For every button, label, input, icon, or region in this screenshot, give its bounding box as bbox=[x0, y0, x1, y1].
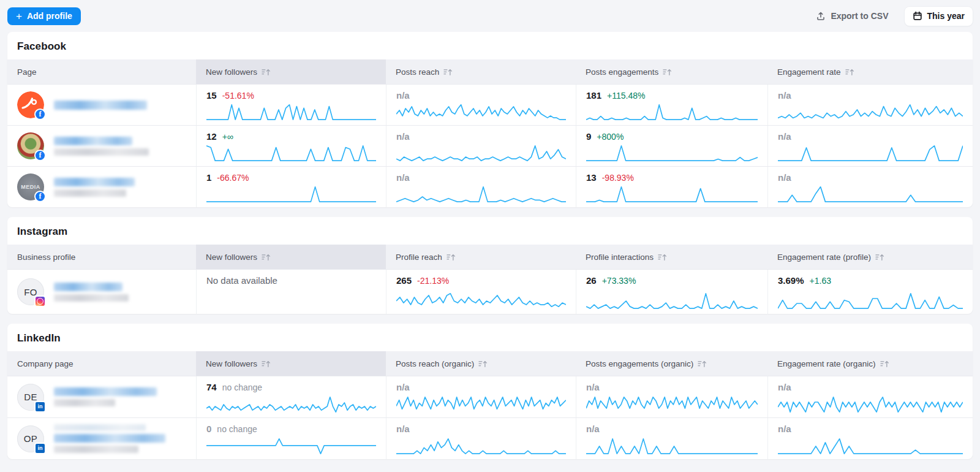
column-header-label: Profile reach bbox=[396, 253, 442, 262]
column-header-engagement-rate-profile[interactable]: Engagement rate (profile) bbox=[767, 245, 973, 269]
metric-delta: -98.93% bbox=[602, 173, 634, 183]
redacted-profile-name bbox=[54, 283, 129, 302]
metric-cell-engagement-rate: n/a bbox=[767, 167, 973, 207]
metric-value: n/a bbox=[778, 172, 791, 183]
sparkline bbox=[206, 145, 376, 162]
metric-delta: -66.67% bbox=[217, 173, 249, 183]
profile-avatar: f bbox=[17, 132, 44, 159]
redacted-profile-name bbox=[54, 101, 147, 110]
redacted-profile-name bbox=[54, 178, 135, 197]
sparkline bbox=[396, 396, 566, 413]
profile-cell[interactable]: f bbox=[7, 126, 196, 166]
toolbar: + Add profile Export to CSV This year bbox=[7, 5, 973, 27]
column-header-profile-interactions[interactable]: Profile interactions bbox=[576, 245, 767, 269]
add-profile-button[interactable]: + Add profile bbox=[7, 7, 81, 25]
column-header-new-followers[interactable]: New followers bbox=[196, 351, 386, 376]
add-profile-label: Add profile bbox=[27, 11, 72, 21]
section-title: Instagram bbox=[7, 217, 973, 245]
sort-icon bbox=[880, 360, 889, 368]
column-header-label: New followers bbox=[206, 253, 257, 262]
sort-icon bbox=[663, 68, 672, 76]
sort-icon bbox=[875, 253, 884, 261]
redacted-text-line bbox=[54, 387, 157, 396]
metric-value: 26 bbox=[586, 275, 597, 286]
export-csv-button[interactable]: Export to CSV bbox=[813, 7, 891, 25]
metric-delta: +73.33% bbox=[602, 276, 636, 286]
profile-cell[interactable]: f bbox=[7, 85, 196, 125]
sort-icon bbox=[447, 253, 456, 261]
metric-cell-new-followers: 74no change bbox=[196, 376, 386, 417]
column-header-posts-engagements[interactable]: Posts engagements bbox=[576, 59, 767, 84]
redacted-text-line bbox=[54, 101, 147, 110]
metric-cell-new-followers: 12+∞ bbox=[196, 126, 386, 166]
metric-delta: +1.63 bbox=[810, 276, 831, 286]
sparkline bbox=[206, 396, 376, 413]
sort-icon bbox=[262, 253, 271, 261]
column-header-label: Profile interactions bbox=[586, 253, 654, 262]
redacted-text-line bbox=[54, 189, 126, 197]
sparkline bbox=[778, 396, 963, 413]
metric-delta: no change bbox=[222, 383, 262, 392]
column-header-posts-engagements-organic[interactable]: Posts engagements (organic) bbox=[576, 351, 767, 376]
metric-value: 181 bbox=[586, 90, 601, 101]
metric-value: 265 bbox=[396, 275, 412, 286]
table-row: MEDIA f 1-66.67% n/a 13-98.93% n/a bbox=[7, 166, 973, 207]
redacted-text-line bbox=[54, 148, 149, 156]
sparkline bbox=[206, 104, 376, 121]
sort-icon bbox=[658, 253, 667, 261]
metric-delta: -21.13% bbox=[417, 276, 449, 286]
sort-icon bbox=[698, 360, 707, 368]
sparkline bbox=[586, 292, 758, 310]
metric-cell-new-followers: 1-66.67% bbox=[196, 167, 386, 207]
sparkline bbox=[586, 104, 758, 121]
metric-delta: +800% bbox=[597, 132, 624, 142]
column-header-profile-reach[interactable]: Profile reach bbox=[386, 245, 576, 269]
column-header-posts-reach-organic[interactable]: Posts reach (organic) bbox=[386, 351, 576, 376]
profile-avatar: DE in bbox=[17, 384, 44, 411]
profile-cell[interactable]: FO bbox=[7, 270, 196, 314]
table-row: f 12+∞ n/a 9+800% n/a bbox=[7, 125, 973, 166]
column-header-label: Posts reach (organic) bbox=[396, 359, 474, 368]
sparkline bbox=[586, 396, 758, 413]
toolbar-right: Export to CSV This year bbox=[813, 7, 973, 26]
redacted-text-line bbox=[54, 399, 115, 406]
section-title: LinkedIn bbox=[7, 324, 973, 351]
metric-value: n/a bbox=[396, 131, 410, 142]
redacted-text-line bbox=[54, 178, 135, 186]
redacted-text-line bbox=[54, 424, 146, 431]
metric-delta: no change bbox=[217, 424, 257, 434]
profile-cell[interactable]: OP in bbox=[7, 418, 196, 459]
column-header-new-followers[interactable]: New followers bbox=[196, 59, 386, 84]
redacted-profile-name bbox=[54, 424, 165, 453]
redacted-profile-name bbox=[54, 137, 149, 156]
metric-value: 74 bbox=[206, 382, 217, 392]
redacted-text-line bbox=[54, 446, 138, 453]
column-header-new-followers[interactable]: New followers bbox=[196, 245, 386, 269]
redacted-text-line bbox=[54, 294, 129, 302]
column-header-label: Posts reach bbox=[396, 67, 439, 77]
profile-avatar: f bbox=[17, 91, 44, 118]
profile-cell[interactable]: DE in bbox=[7, 376, 196, 417]
metric-cell-posts-engagements-organic: n/a bbox=[576, 418, 767, 459]
sparkline bbox=[778, 145, 963, 162]
metric-value: 1 bbox=[206, 172, 211, 183]
profile-cell[interactable]: MEDIA f bbox=[7, 167, 196, 207]
metric-cell-profile-interactions: 26+73.33% bbox=[576, 270, 767, 314]
date-range-button[interactable]: This year bbox=[905, 7, 973, 26]
table-header: Company page New followers Posts reach (… bbox=[7, 351, 973, 376]
sparkline bbox=[778, 104, 963, 121]
avatar-text: MEDIA bbox=[21, 184, 40, 190]
metric-value: n/a bbox=[778, 382, 791, 392]
facebook-badge-icon: f bbox=[34, 108, 46, 120]
column-header-engagement-rate-organic[interactable]: Engagement rate (organic) bbox=[767, 351, 973, 376]
metric-cell-posts-reach: n/a bbox=[386, 85, 576, 125]
table-row: OP in 0no change n/a n/a n/a bbox=[7, 417, 973, 459]
metric-value: n/a bbox=[396, 172, 410, 183]
column-header-posts-reach[interactable]: Posts reach bbox=[386, 59, 576, 84]
linkedin-badge-icon: in bbox=[34, 443, 46, 454]
instagram-badge-icon bbox=[34, 295, 46, 307]
sparkline bbox=[396, 438, 566, 455]
sparkline bbox=[206, 438, 376, 455]
sparkline bbox=[778, 186, 963, 203]
column-header-engagement-rate[interactable]: Engagement rate bbox=[767, 59, 973, 84]
